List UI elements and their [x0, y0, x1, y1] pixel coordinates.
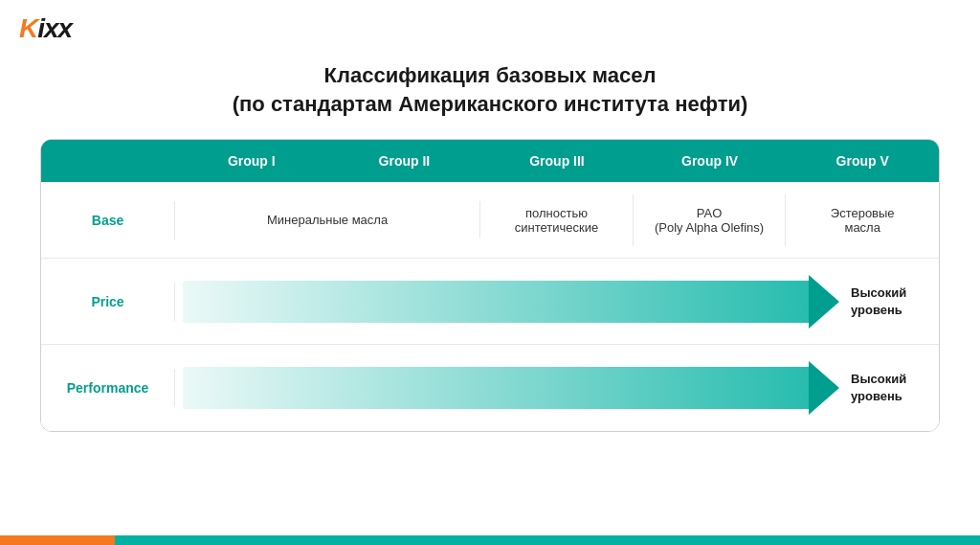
bottom-bar: [0, 535, 980, 545]
logo-ixx: ixx: [37, 13, 72, 43]
logo: Kixx: [19, 13, 72, 44]
header-group1: Group I: [175, 140, 328, 182]
bottom-bar-orange: [0, 535, 115, 545]
header-col0: [41, 140, 175, 182]
price-level-line2: уровень: [851, 303, 902, 317]
price-gradient-body: [183, 281, 813, 323]
logo-text: Kixx: [19, 13, 72, 44]
price-arrow-head: [809, 275, 839, 329]
performance-gradient-arrow: [183, 367, 839, 409]
price-gradient-arrow: [183, 281, 839, 323]
group3-cell: полностью синтетические: [480, 194, 634, 246]
price-arrow-area: Высокий уровень: [175, 265, 939, 338]
classification-table: Group I Group II Group III Group IV Grou…: [40, 139, 940, 432]
price-arrow-label: Высокий уровень: [851, 284, 927, 319]
table-header: Group I Group II Group III Group IV Grou…: [41, 140, 939, 182]
logo-k: K: [19, 13, 37, 43]
header-group4: Group IV: [634, 140, 787, 182]
group5-cell: Эстеровые масла: [786, 194, 939, 246]
price-level-line1: Высокий: [851, 285, 906, 300]
price-row: Price Высокий уровень: [41, 259, 939, 345]
performance-level-line1: Высокий: [851, 372, 906, 386]
price-label: Price: [41, 283, 175, 321]
performance-arrow-label: Высокий уровень: [851, 371, 927, 405]
header-group3: Group III: [480, 140, 634, 182]
bottom-bar-teal: [115, 535, 980, 545]
title-line2: (по стандартам Американского института н…: [233, 90, 748, 119]
performance-level-line2: уровень: [851, 389, 902, 403]
header-group2: Group II: [328, 140, 481, 182]
performance-gradient-body: [183, 367, 813, 409]
title-line1: Классификация базовых масел: [233, 61, 748, 90]
mineral-oils-cell: Минеральные масла: [175, 201, 480, 238]
performance-row: Performance Высокий уровень: [41, 345, 939, 431]
base-row: Base Минеральные масла полностью синтети…: [41, 182, 939, 259]
base-label: Base: [41, 201, 175, 239]
performance-arrow-area: Высокий уровень: [175, 352, 939, 424]
performance-arrow-head: [809, 361, 839, 415]
performance-label: Performance: [41, 369, 175, 407]
page-title: Классификация базовых масел (по стандарт…: [233, 61, 748, 118]
main-content: Классификация базовых масел (по стандарт…: [0, 0, 980, 451]
group4-cell: PAO (Poly Alpha Olefins): [634, 194, 787, 246]
header-group5: Group V: [786, 140, 939, 182]
table-body: Base Минеральные масла полностью синтети…: [41, 182, 939, 431]
